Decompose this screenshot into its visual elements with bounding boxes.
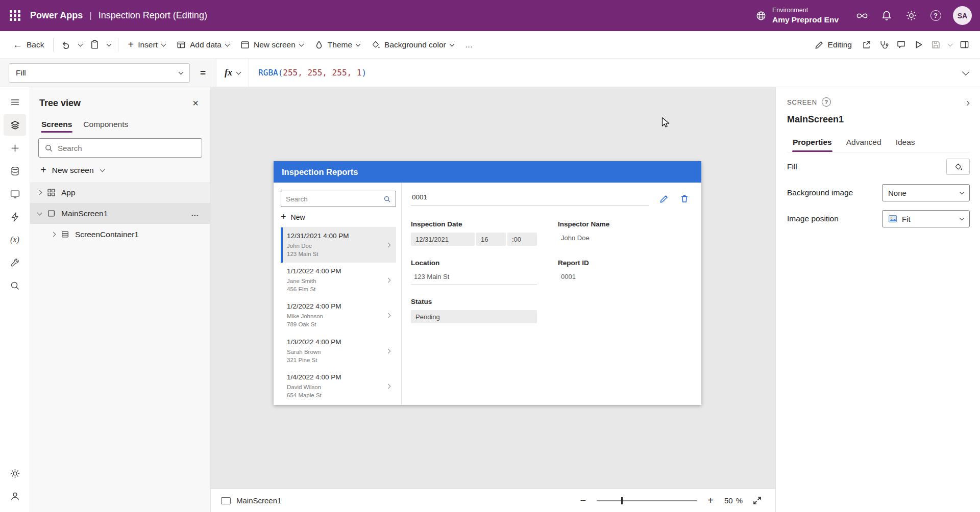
app-header-bar[interactable]: Inspection Reports <box>274 161 701 183</box>
property-selector[interactable]: Fill <box>9 63 190 83</box>
formula-function: RGBA( <box>258 68 283 78</box>
record-id-input[interactable]: 0001 <box>411 191 649 206</box>
settings-button[interactable] <box>900 5 922 27</box>
paste-button[interactable] <box>86 35 103 55</box>
overflow-button[interactable]: … <box>459 35 479 55</box>
share-button[interactable] <box>857 35 875 55</box>
zoom-slider-handle[interactable] <box>621 497 623 504</box>
formula-input[interactable]: RGBA(255, 255, 255, 1) <box>249 68 951 78</box>
rail-virtual-agent-button[interactable] <box>4 485 26 507</box>
app-screen-preview[interactable]: Inspection Reports + New <box>274 161 701 405</box>
zoom-out-button[interactable]: − <box>578 495 589 506</box>
background-color-button[interactable]: Background color <box>365 35 459 55</box>
tree-item-overflow-button[interactable]: … <box>188 209 203 218</box>
tree-search-input[interactable] <box>58 144 196 152</box>
report-search-input[interactable] <box>286 195 380 203</box>
tree-view-icon <box>10 120 20 131</box>
editing-mode-button[interactable]: Editing <box>809 35 857 55</box>
container-icon <box>61 230 69 239</box>
back-button[interactable]: ← Back <box>7 35 50 55</box>
rail-tree-view-button[interactable] <box>4 114 26 136</box>
zoom-value: 50 <box>724 496 733 505</box>
theme-button[interactable]: Theme <box>309 35 365 55</box>
property-label: Image position <box>787 214 839 223</box>
tree-item-label: ScreenContainer1 <box>75 230 139 239</box>
inspector-name-field: Inspector Name John Doe <box>558 220 690 246</box>
comments-button[interactable] <box>892 35 910 55</box>
new-screen-button[interactable]: New screen <box>235 35 309 55</box>
status-input[interactable]: Pending <box>411 310 537 323</box>
report-list-item[interactable]: 12/31/2021 4:00 PM John Doe 123 Main St <box>281 227 396 263</box>
fill-color-picker-button[interactable] <box>946 159 970 175</box>
report-list-item[interactable]: 1/4/2022 4:00 PM David Wilson 654 Maple … <box>281 369 396 404</box>
report-list-item[interactable]: 1/2/2022 4:00 PM Mike Johnson 789 Oak St <box>281 298 396 333</box>
rail-search-button[interactable] <box>4 275 26 296</box>
rail-insert-button[interactable] <box>4 137 26 159</box>
copilot-button[interactable] <box>851 5 873 27</box>
minute-input[interactable]: :00 <box>507 233 537 246</box>
report-list-item[interactable]: 1/1/2022 4:00 PM Jane Smith 456 Elm St <box>281 263 396 298</box>
rail-advanced-tools-button[interactable] <box>4 252 26 273</box>
zoom-in-button[interactable]: + <box>705 495 716 506</box>
waffle-icon <box>10 10 20 21</box>
rail-settings-button[interactable] <box>4 463 26 484</box>
preview-button[interactable] <box>910 35 927 55</box>
current-screen-indicator[interactable]: MainScreen1 <box>221 496 281 505</box>
tree-view-close-button[interactable]: × <box>187 94 204 112</box>
environment-picker[interactable]: Environment Amy Preprod Env <box>745 0 849 31</box>
plus-icon: + <box>707 495 714 506</box>
rail-media-button[interactable] <box>4 183 26 204</box>
tab-components[interactable]: Components <box>78 114 133 135</box>
help-icon[interactable]: ? <box>822 97 831 107</box>
fx-selector[interactable]: fx <box>216 59 249 87</box>
app-name[interactable]: Power Apps <box>30 10 83 21</box>
help-button[interactable]: ? <box>924 5 947 27</box>
add-data-button[interactable]: Add data <box>171 35 235 55</box>
formula-bar-expand-button[interactable] <box>951 59 980 87</box>
hour-input[interactable]: 16 <box>476 233 506 246</box>
avatar[interactable]: SA <box>953 6 972 25</box>
design-canvas[interactable]: Inspection Reports + New <box>211 87 775 489</box>
image-position-dropdown[interactable]: Fit <box>882 210 970 227</box>
rail-variables-button[interactable]: (x) <box>4 229 26 250</box>
inspection-date-input[interactable]: 12/31/2021 <box>411 233 475 246</box>
location-value[interactable]: 123 Main St <box>411 271 537 285</box>
theme-icon <box>314 40 324 49</box>
rail-data-button[interactable] <box>4 160 26 182</box>
report-list-item[interactable]: 1/3/2022 4:00 PM Sarah Brown 321 Pine St <box>281 334 396 369</box>
toolbar-divider <box>53 38 54 52</box>
panel-toggle-button[interactable] <box>955 35 973 55</box>
delete-record-button[interactable] <box>679 193 690 204</box>
chevron-down-icon <box>960 216 965 221</box>
undo-menu-button[interactable] <box>75 35 86 55</box>
notifications-button[interactable] <box>875 5 898 27</box>
tab-properties[interactable]: Properties <box>787 132 838 152</box>
insert-button[interactable]: + Insert <box>122 35 170 55</box>
record-header-row: 0001 <box>411 191 690 206</box>
tree-item-screencontainer1[interactable]: ScreenContainer1 <box>30 224 210 245</box>
report-id-field: Report ID 0001 <box>558 259 690 285</box>
tab-ideas[interactable]: Ideas <box>890 132 921 152</box>
tab-advanced[interactable]: Advanced <box>841 132 887 152</box>
chevron-right-icon <box>386 278 391 283</box>
panel-collapse-button[interactable] <box>963 99 971 107</box>
fit-to-window-button[interactable] <box>751 495 763 506</box>
undo-button[interactable] <box>57 35 75 55</box>
save-menu-button[interactable] <box>944 35 955 55</box>
app-launcher-button[interactable] <box>0 0 30 31</box>
app-checker-button[interactable] <box>875 35 892 55</box>
save-button[interactable] <box>927 35 944 55</box>
tab-screens[interactable]: Screens <box>36 114 77 135</box>
background-image-dropdown[interactable]: None <box>882 184 970 201</box>
rail-menu-button[interactable] <box>4 91 26 113</box>
tree-view-header: Tree view × <box>30 87 210 114</box>
tree-new-screen-button[interactable]: + New screen <box>30 159 210 182</box>
tree-item-app[interactable]: App <box>30 182 210 203</box>
zoom-slider[interactable] <box>597 500 697 501</box>
tree-item-mainscreen1[interactable]: MainScreen1 … <box>30 203 210 224</box>
edit-record-button[interactable] <box>658 193 670 204</box>
rail-power-automate-button[interactable] <box>4 206 26 227</box>
search-icon <box>44 144 53 152</box>
new-report-button[interactable]: + New <box>281 207 396 227</box>
paste-menu-button[interactable] <box>103 35 114 55</box>
